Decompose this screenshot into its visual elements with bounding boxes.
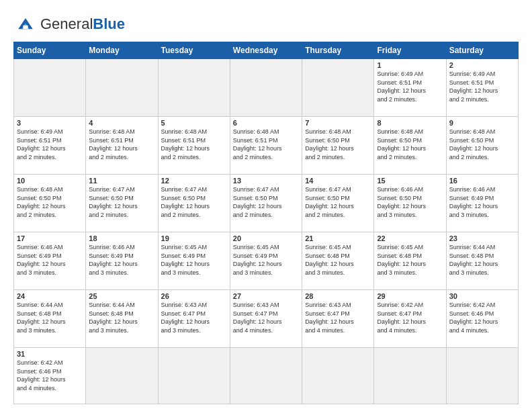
day-info: Sunrise: 6:48 AM Sunset: 6:50 PM Dayligh… [305, 128, 371, 161]
day-number: 27 [233, 292, 299, 300]
weekday-header-monday: Monday [86, 42, 158, 59]
calendar-cell: 25Sunrise: 6:44 AM Sunset: 6:48 PM Dayli… [86, 289, 158, 347]
day-number: 22 [377, 234, 443, 242]
day-number: 20 [233, 234, 299, 242]
day-info: Sunrise: 6:46 AM Sunset: 6:49 PM Dayligh… [17, 243, 83, 277]
calendar-week-4: 17Sunrise: 6:46 AM Sunset: 6:49 PM Dayli… [14, 232, 519, 289]
day-number: 29 [377, 292, 443, 300]
day-info: Sunrise: 6:49 AM Sunset: 6:51 PM Dayligh… [17, 128, 83, 161]
day-info: Sunrise: 6:46 AM Sunset: 6:49 PM Dayligh… [449, 185, 515, 219]
calendar-cell [158, 347, 230, 404]
calendar-cell: 9Sunrise: 6:48 AM Sunset: 6:50 PM Daylig… [446, 116, 518, 174]
calendar-cell: 5Sunrise: 6:48 AM Sunset: 6:51 PM Daylig… [158, 116, 230, 174]
calendar-cell: 4Sunrise: 6:48 AM Sunset: 6:51 PM Daylig… [86, 116, 158, 174]
day-info: Sunrise: 6:47 AM Sunset: 6:50 PM Dayligh… [89, 185, 154, 219]
day-number: 12 [161, 177, 227, 185]
logo-text: GeneralBlue [40, 15, 125, 33]
calendar-cell [86, 347, 158, 404]
day-info: Sunrise: 6:44 AM Sunset: 6:48 PM Dayligh… [89, 301, 154, 334]
calendar-cell: 1Sunrise: 6:49 AM Sunset: 6:51 PM Daylig… [374, 59, 446, 117]
day-number: 11 [89, 177, 154, 185]
calendar-cell: 13Sunrise: 6:47 AM Sunset: 6:50 PM Dayli… [230, 174, 302, 232]
day-number: 8 [377, 119, 443, 127]
weekday-header-friday: Friday [374, 42, 446, 59]
day-number: 21 [305, 234, 371, 242]
calendar-cell: 18Sunrise: 6:46 AM Sunset: 6:49 PM Dayli… [86, 232, 158, 289]
page: GeneralBlue SundayMondayTuesdayWednesday… [0, 0, 532, 411]
calendar-cell: 30Sunrise: 6:42 AM Sunset: 6:46 PM Dayli… [446, 289, 518, 347]
day-number: 4 [89, 119, 154, 127]
calendar-cell: 16Sunrise: 6:46 AM Sunset: 6:49 PM Dayli… [446, 174, 518, 232]
calendar-cell: 27Sunrise: 6:43 AM Sunset: 6:47 PM Dayli… [230, 289, 302, 347]
day-info: Sunrise: 6:44 AM Sunset: 6:48 PM Dayligh… [17, 301, 83, 334]
calendar-cell: 8Sunrise: 6:48 AM Sunset: 6:50 PM Daylig… [374, 116, 446, 174]
day-info: Sunrise: 6:43 AM Sunset: 6:47 PM Dayligh… [161, 301, 227, 334]
calendar-week-2: 3Sunrise: 6:49 AM Sunset: 6:51 PM Daylig… [14, 116, 519, 174]
day-info: Sunrise: 6:42 AM Sunset: 6:47 PM Dayligh… [377, 301, 443, 334]
day-info: Sunrise: 6:47 AM Sunset: 6:50 PM Dayligh… [233, 185, 299, 219]
day-info: Sunrise: 6:48 AM Sunset: 6:51 PM Dayligh… [89, 128, 154, 161]
weekday-header-wednesday: Wednesday [230, 42, 302, 59]
weekday-header-thursday: Thursday [302, 42, 374, 59]
calendar-cell [446, 347, 518, 404]
day-number: 28 [305, 292, 371, 300]
day-number: 16 [449, 177, 515, 185]
day-number: 1 [377, 61, 443, 69]
day-info: Sunrise: 6:47 AM Sunset: 6:50 PM Dayligh… [305, 185, 371, 219]
calendar-week-3: 10Sunrise: 6:48 AM Sunset: 6:50 PM Dayli… [14, 174, 519, 232]
day-info: Sunrise: 6:42 AM Sunset: 6:46 PM Dayligh… [17, 359, 83, 392]
calendar-cell: 19Sunrise: 6:45 AM Sunset: 6:49 PM Dayli… [158, 232, 230, 289]
calendar-cell [86, 59, 158, 117]
weekday-header-saturday: Saturday [446, 42, 518, 59]
day-number: 5 [161, 119, 227, 127]
calendar-week-5: 24Sunrise: 6:44 AM Sunset: 6:48 PM Dayli… [14, 289, 519, 347]
calendar-cell: 10Sunrise: 6:48 AM Sunset: 6:50 PM Dayli… [14, 174, 86, 232]
calendar-cell [374, 347, 446, 404]
svg-rect-3 [23, 26, 28, 29]
calendar-week-6: 31Sunrise: 6:42 AM Sunset: 6:46 PM Dayli… [14, 347, 519, 404]
calendar-cell: 3Sunrise: 6:49 AM Sunset: 6:51 PM Daylig… [14, 116, 86, 174]
day-number: 2 [449, 61, 515, 69]
day-info: Sunrise: 6:48 AM Sunset: 6:50 PM Dayligh… [377, 128, 443, 161]
weekday-header-tuesday: Tuesday [158, 42, 230, 59]
generalblue-icon [13, 12, 38, 36]
day-number: 23 [449, 234, 515, 242]
calendar-cell: 31Sunrise: 6:42 AM Sunset: 6:46 PM Dayli… [14, 347, 86, 404]
calendar-cell: 12Sunrise: 6:47 AM Sunset: 6:50 PM Dayli… [158, 174, 230, 232]
day-info: Sunrise: 6:48 AM Sunset: 6:51 PM Dayligh… [233, 128, 299, 161]
day-info: Sunrise: 6:43 AM Sunset: 6:47 PM Dayligh… [233, 301, 299, 334]
day-number: 26 [161, 292, 227, 300]
day-info: Sunrise: 6:49 AM Sunset: 6:51 PM Dayligh… [377, 70, 443, 103]
calendar-cell: 2Sunrise: 6:49 AM Sunset: 6:51 PM Daylig… [446, 59, 518, 117]
calendar-cell: 24Sunrise: 6:44 AM Sunset: 6:48 PM Dayli… [14, 289, 86, 347]
calendar-cell: 15Sunrise: 6:46 AM Sunset: 6:50 PM Dayli… [374, 174, 446, 232]
calendar-table: SundayMondayTuesdayWednesdayThursdayFrid… [13, 42, 519, 404]
day-number: 14 [305, 177, 371, 185]
day-info: Sunrise: 6:47 AM Sunset: 6:50 PM Dayligh… [161, 185, 227, 219]
calendar-cell [230, 347, 302, 404]
calendar-cell: 26Sunrise: 6:43 AM Sunset: 6:47 PM Dayli… [158, 289, 230, 347]
day-number: 15 [377, 177, 443, 185]
calendar-cell [302, 347, 374, 404]
calendar-cell: 21Sunrise: 6:45 AM Sunset: 6:48 PM Dayli… [302, 232, 374, 289]
calendar-week-1: 1Sunrise: 6:49 AM Sunset: 6:51 PM Daylig… [14, 59, 519, 117]
calendar-cell [14, 59, 86, 117]
calendar-cell [158, 59, 230, 117]
day-number: 13 [233, 177, 299, 185]
day-info: Sunrise: 6:42 AM Sunset: 6:46 PM Dayligh… [449, 301, 515, 334]
calendar-cell: 28Sunrise: 6:43 AM Sunset: 6:47 PM Dayli… [302, 289, 374, 347]
day-info: Sunrise: 6:48 AM Sunset: 6:50 PM Dayligh… [449, 128, 515, 161]
day-number: 24 [17, 292, 83, 300]
calendar-cell: 23Sunrise: 6:44 AM Sunset: 6:48 PM Dayli… [446, 232, 518, 289]
calendar-cell: 14Sunrise: 6:47 AM Sunset: 6:50 PM Dayli… [302, 174, 374, 232]
day-number: 10 [17, 177, 83, 185]
calendar-cell: 29Sunrise: 6:42 AM Sunset: 6:47 PM Dayli… [374, 289, 446, 347]
weekday-header-sunday: Sunday [14, 42, 86, 59]
day-info: Sunrise: 6:48 AM Sunset: 6:50 PM Dayligh… [17, 185, 83, 219]
day-number: 25 [89, 292, 154, 300]
logo: GeneralBlue [13, 12, 125, 36]
calendar-cell: 7Sunrise: 6:48 AM Sunset: 6:50 PM Daylig… [302, 116, 374, 174]
day-info: Sunrise: 6:44 AM Sunset: 6:48 PM Dayligh… [449, 243, 515, 277]
day-info: Sunrise: 6:43 AM Sunset: 6:47 PM Dayligh… [305, 301, 371, 334]
calendar-cell [302, 59, 374, 117]
